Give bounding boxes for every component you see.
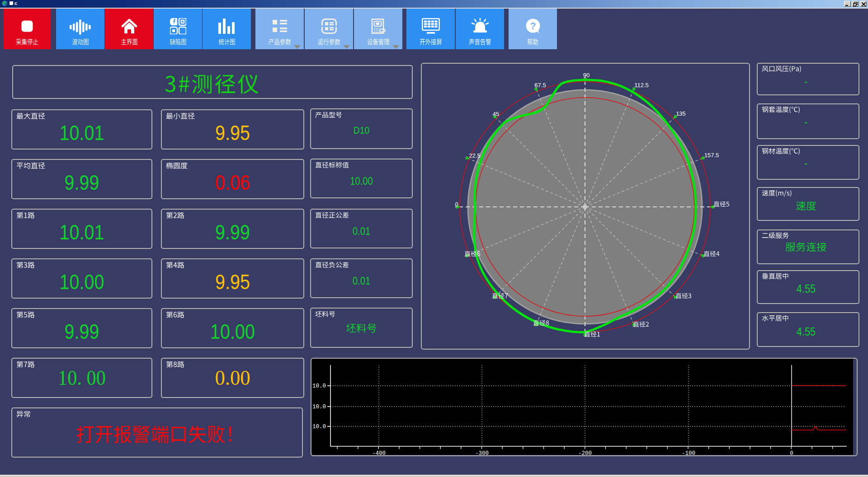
svg-text:?: ? [530,20,536,32]
svg-text:-400: -400 [372,450,386,456]
svg-text:10.0: 10.0 [312,424,326,430]
svg-text:10.0: 10.0 [312,383,326,389]
svg-text:10.0: 10.0 [312,404,326,410]
svg-text:-300: -300 [475,450,489,456]
svg-text:0: 0 [790,450,793,456]
svg-text:-200: -200 [578,450,592,456]
svg-text:-100: -100 [682,450,695,456]
